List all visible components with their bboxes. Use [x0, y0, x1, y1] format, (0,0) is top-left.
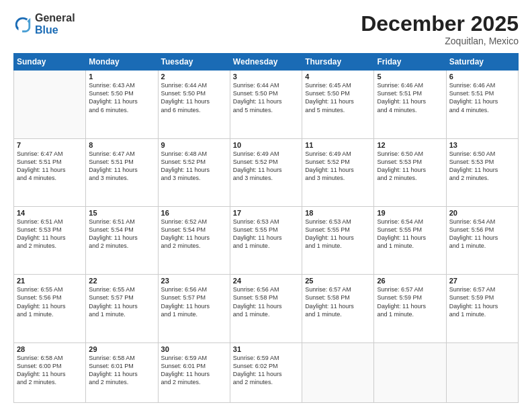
table-row: 12Sunrise: 6:50 AM Sunset: 5:53 PM Dayli…	[374, 138, 446, 206]
header: General Blue December 2025 Zoquitlan, Me…	[13, 12, 519, 46]
table-row: 19Sunrise: 6:54 AM Sunset: 5:55 PM Dayli…	[374, 206, 446, 274]
table-row: 27Sunrise: 6:57 AM Sunset: 5:59 PM Dayli…	[446, 275, 518, 342]
table-row: 18Sunrise: 6:53 AM Sunset: 5:55 PM Dayli…	[302, 206, 374, 274]
day-number: 1	[89, 73, 154, 81]
day-number: 31	[233, 345, 299, 353]
day-number: 12	[377, 141, 443, 149]
day-number: 2	[161, 73, 227, 81]
col-friday: Friday	[374, 54, 446, 71]
logo: General Blue	[13, 12, 75, 36]
day-number: 11	[305, 141, 371, 149]
table-row: 21Sunrise: 6:55 AM Sunset: 5:56 PM Dayli…	[14, 275, 86, 342]
table-row: 14Sunrise: 6:51 AM Sunset: 5:53 PM Dayli…	[14, 206, 86, 274]
table-row: 22Sunrise: 6:55 AM Sunset: 5:57 PM Dayli…	[86, 275, 158, 342]
table-row: 28Sunrise: 6:58 AM Sunset: 6:00 PM Dayli…	[14, 342, 86, 402]
logo-icon	[13, 15, 32, 34]
col-wednesday: Wednesday	[230, 54, 302, 71]
table-row: 7Sunrise: 6:47 AM Sunset: 5:51 PM Daylig…	[14, 138, 86, 206]
day-info: Sunrise: 6:55 AM Sunset: 5:57 PM Dayligh…	[89, 285, 154, 318]
table-row	[14, 71, 86, 138]
day-info: Sunrise: 6:57 AM Sunset: 5:59 PM Dayligh…	[449, 285, 515, 318]
table-row: 1Sunrise: 6:43 AM Sunset: 5:50 PM Daylig…	[86, 71, 158, 138]
day-number: 9	[161, 141, 227, 149]
day-info: Sunrise: 6:50 AM Sunset: 5:53 PM Dayligh…	[449, 150, 515, 183]
table-row: 23Sunrise: 6:56 AM Sunset: 5:57 PM Dayli…	[158, 275, 230, 342]
table-row: 17Sunrise: 6:53 AM Sunset: 5:55 PM Dayli…	[230, 206, 302, 274]
day-number: 5	[377, 73, 443, 81]
col-sunday: Sunday	[14, 54, 86, 71]
day-info: Sunrise: 6:53 AM Sunset: 5:55 PM Dayligh…	[233, 218, 299, 250]
day-info: Sunrise: 6:57 AM Sunset: 5:59 PM Dayligh…	[377, 285, 443, 318]
day-number: 24	[233, 277, 299, 285]
day-info: Sunrise: 6:56 AM Sunset: 5:57 PM Dayligh…	[161, 285, 227, 318]
day-info: Sunrise: 6:53 AM Sunset: 5:55 PM Dayligh…	[305, 218, 371, 250]
day-number: 21	[17, 277, 83, 285]
table-row: 8Sunrise: 6:47 AM Sunset: 5:51 PM Daylig…	[86, 138, 158, 206]
table-row: 20Sunrise: 6:54 AM Sunset: 5:56 PM Dayli…	[446, 206, 518, 274]
day-number: 29	[89, 345, 154, 353]
day-number: 28	[17, 345, 83, 353]
day-number: 4	[305, 73, 371, 81]
col-thursday: Thursday	[302, 54, 374, 71]
day-number: 3	[233, 73, 299, 81]
col-saturday: Saturday	[446, 54, 518, 71]
day-number: 22	[89, 277, 154, 285]
day-info: Sunrise: 6:54 AM Sunset: 5:56 PM Dayligh…	[449, 218, 515, 250]
day-info: Sunrise: 6:51 AM Sunset: 5:54 PM Dayligh…	[89, 218, 154, 250]
day-number: 6	[449, 73, 515, 81]
day-info: Sunrise: 6:44 AM Sunset: 5:50 PM Dayligh…	[161, 81, 227, 114]
day-info: Sunrise: 6:57 AM Sunset: 5:58 PM Dayligh…	[305, 285, 371, 318]
day-number: 10	[233, 141, 299, 149]
logo-text: General Blue	[35, 12, 75, 36]
day-info: Sunrise: 6:49 AM Sunset: 5:52 PM Dayligh…	[305, 150, 371, 183]
logo-blue: Blue	[35, 24, 75, 36]
day-number: 7	[17, 141, 83, 149]
table-row: 25Sunrise: 6:57 AM Sunset: 5:58 PM Dayli…	[302, 275, 374, 342]
day-info: Sunrise: 6:47 AM Sunset: 5:51 PM Dayligh…	[89, 150, 154, 183]
table-row: 3Sunrise: 6:44 AM Sunset: 5:50 PM Daylig…	[230, 71, 302, 138]
table-row	[374, 342, 446, 402]
day-info: Sunrise: 6:59 AM Sunset: 6:01 PM Dayligh…	[161, 354, 227, 387]
day-number: 23	[161, 277, 227, 285]
day-info: Sunrise: 6:54 AM Sunset: 5:55 PM Dayligh…	[377, 218, 443, 250]
day-number: 8	[89, 141, 154, 149]
day-info: Sunrise: 6:46 AM Sunset: 5:51 PM Dayligh…	[377, 81, 443, 114]
page: General Blue December 2025 Zoquitlan, Me…	[0, 0, 532, 411]
table-row: 9Sunrise: 6:48 AM Sunset: 5:52 PM Daylig…	[158, 138, 230, 206]
logo-general: General	[35, 12, 75, 24]
table-row: 10Sunrise: 6:49 AM Sunset: 5:52 PM Dayli…	[230, 138, 302, 206]
day-number: 15	[89, 209, 154, 217]
day-number: 20	[449, 209, 515, 217]
day-info: Sunrise: 6:51 AM Sunset: 5:53 PM Dayligh…	[17, 218, 83, 250]
day-number: 13	[449, 141, 515, 149]
day-number: 30	[161, 345, 227, 353]
day-info: Sunrise: 6:52 AM Sunset: 5:54 PM Dayligh…	[161, 218, 227, 250]
table-row: 2Sunrise: 6:44 AM Sunset: 5:50 PM Daylig…	[158, 71, 230, 138]
day-number: 25	[305, 277, 371, 285]
month-title: December 2025	[361, 12, 519, 36]
day-info: Sunrise: 6:47 AM Sunset: 5:51 PM Dayligh…	[17, 150, 83, 183]
location-subtitle: Zoquitlan, Mexico	[361, 36, 519, 46]
day-info: Sunrise: 6:50 AM Sunset: 5:53 PM Dayligh…	[377, 150, 443, 183]
day-info: Sunrise: 6:44 AM Sunset: 5:50 PM Dayligh…	[233, 81, 299, 114]
col-monday: Monday	[86, 54, 158, 71]
table-row: 15Sunrise: 6:51 AM Sunset: 5:54 PM Dayli…	[86, 206, 158, 274]
day-info: Sunrise: 6:56 AM Sunset: 5:58 PM Dayligh…	[233, 285, 299, 318]
day-info: Sunrise: 6:49 AM Sunset: 5:52 PM Dayligh…	[233, 150, 299, 183]
day-number: 26	[377, 277, 443, 285]
day-number: 19	[377, 209, 443, 217]
day-info: Sunrise: 6:48 AM Sunset: 5:52 PM Dayligh…	[161, 150, 227, 183]
day-info: Sunrise: 6:58 AM Sunset: 6:00 PM Dayligh…	[17, 354, 83, 387]
table-row: 31Sunrise: 6:59 AM Sunset: 6:02 PM Dayli…	[230, 342, 302, 402]
col-tuesday: Tuesday	[158, 54, 230, 71]
table-row: 11Sunrise: 6:49 AM Sunset: 5:52 PM Dayli…	[302, 138, 374, 206]
table-row	[446, 342, 518, 402]
calendar-table: Sunday Monday Tuesday Wednesday Thursday…	[13, 53, 519, 403]
title-block: December 2025 Zoquitlan, Mexico	[361, 12, 519, 46]
calendar-header-row: Sunday Monday Tuesday Wednesday Thursday…	[14, 54, 519, 71]
table-row: 4Sunrise: 6:45 AM Sunset: 5:50 PM Daylig…	[302, 71, 374, 138]
day-info: Sunrise: 6:43 AM Sunset: 5:50 PM Dayligh…	[89, 81, 154, 114]
day-number: 18	[305, 209, 371, 217]
day-info: Sunrise: 6:58 AM Sunset: 6:01 PM Dayligh…	[89, 354, 154, 387]
day-info: Sunrise: 6:59 AM Sunset: 6:02 PM Dayligh…	[233, 354, 299, 387]
